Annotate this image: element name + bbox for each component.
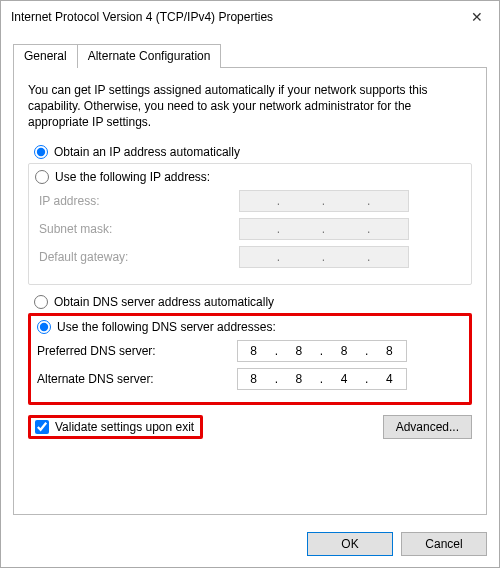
tab-general[interactable]: General — [13, 44, 78, 68]
tab-alternate-configuration[interactable]: Alternate Configuration — [77, 44, 222, 68]
label-preferred-dns: Preferred DNS server: — [37, 344, 237, 358]
ip-group: Use the following IP address: IP address… — [28, 163, 472, 285]
radio-ip-auto[interactable] — [34, 145, 48, 159]
ok-button[interactable]: OK — [307, 532, 393, 556]
label-ip-address: IP address: — [39, 194, 239, 208]
input-default-gateway[interactable]: . . . — [239, 246, 409, 268]
highlight-validate: Validate settings upon exit — [28, 415, 203, 439]
radio-ip-manual-label: Use the following IP address: — [55, 170, 210, 184]
highlight-dns-section: Use the following DNS server addresses: … — [28, 313, 472, 405]
close-button[interactable]: ✕ — [455, 1, 499, 33]
radio-dns-auto[interactable] — [34, 295, 48, 309]
checkbox-validate[interactable] — [35, 420, 49, 434]
radio-ip-manual[interactable] — [35, 170, 49, 184]
bottom-row: Validate settings upon exit Advanced... — [28, 415, 472, 439]
titlebar: Internet Protocol Version 4 (TCP/IPv4) P… — [1, 1, 499, 33]
radio-ip-auto-label: Obtain an IP address automatically — [54, 145, 240, 159]
radio-dns-auto-label: Obtain DNS server address automatically — [54, 295, 274, 309]
radio-dns-manual-label: Use the following DNS server addresses: — [57, 320, 276, 334]
advanced-button[interactable]: Advanced... — [383, 415, 472, 439]
intro-text: You can get IP settings assigned automat… — [28, 82, 472, 131]
radio-dns-manual[interactable] — [37, 320, 51, 334]
input-subnet-mask[interactable]: . . . — [239, 218, 409, 240]
label-default-gateway: Default gateway: — [39, 250, 239, 264]
tabstrip: General Alternate Configuration — [13, 43, 487, 67]
validate-row[interactable]: Validate settings upon exit — [35, 420, 194, 434]
dns-manual-row[interactable]: Use the following DNS server addresses: — [37, 320, 463, 334]
ip-auto-row[interactable]: Obtain an IP address automatically — [34, 145, 472, 159]
input-alternate-dns[interactable]: 8. 8. 4. 4 — [237, 368, 407, 390]
input-preferred-dns[interactable]: 8. 8. 8. 8 — [237, 340, 407, 362]
dns-auto-row[interactable]: Obtain DNS server address automatically — [34, 295, 472, 309]
window-title: Internet Protocol Version 4 (TCP/IPv4) P… — [11, 10, 455, 24]
client-area: General Alternate Configuration You can … — [1, 33, 499, 521]
ip-manual-row[interactable]: Use the following IP address: — [35, 170, 461, 184]
tabpanel-general: You can get IP settings assigned automat… — [13, 67, 487, 515]
label-alternate-dns: Alternate DNS server: — [37, 372, 237, 386]
cancel-button[interactable]: Cancel — [401, 532, 487, 556]
label-subnet-mask: Subnet mask: — [39, 222, 239, 236]
dialog-window: Internet Protocol Version 4 (TCP/IPv4) P… — [0, 0, 500, 568]
checkbox-validate-label: Validate settings upon exit — [55, 420, 194, 434]
dialog-footer: OK Cancel — [1, 521, 499, 567]
input-ip-address[interactable]: . . . — [239, 190, 409, 212]
close-icon: ✕ — [471, 9, 483, 25]
